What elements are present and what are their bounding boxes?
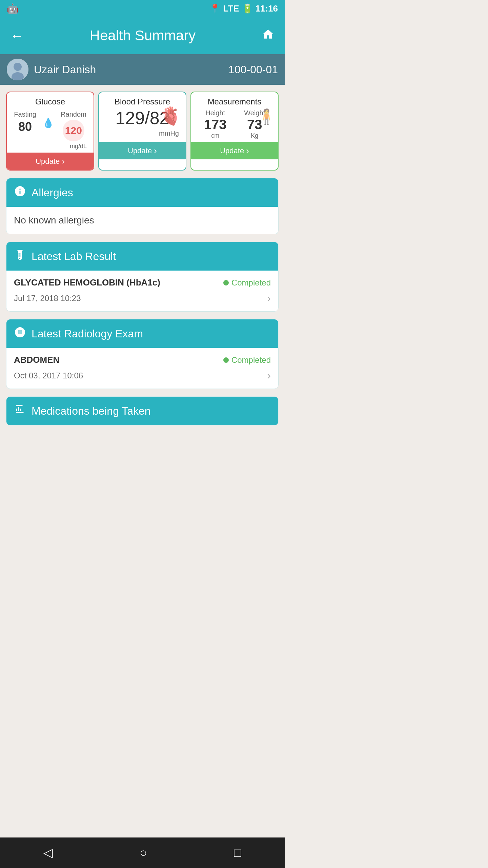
glucose-unit: mg/dL [11,143,89,150]
glucose-fasting: Fasting 80 [14,111,36,134]
glucose-fasting-value: 80 [14,120,36,134]
height-value: 173 [204,117,227,132]
bp-icon: 🫀 [160,106,182,126]
home-button[interactable] [262,28,274,44]
allergies-body: No known allergies [6,207,278,234]
bp-update-button[interactable]: Update › [99,142,186,159]
bp-chevron: › [154,145,157,156]
radiology-date: Oct 03, 2017 10:06 [14,371,83,380]
status-bar-right: 📍 LTE 🔋 11:16 [209,3,278,14]
allergies-content: No known allergies [14,215,94,225]
radiology-status-dot [223,357,229,363]
measurements-title: Measurements [195,97,274,106]
radiology-header: Latest Radiology Exam [6,319,278,348]
lab-result-item[interactable]: GLYCATED HEMOGLOBIN (HbA1c) Completed Ju… [6,271,278,311]
lab-result-status: Completed [223,278,271,288]
height-col: Height 173 cm [204,109,227,139]
user-name: Uzair Danish [34,63,96,76]
medications-header: Medications being Taken [6,397,278,425]
glucose-update-button[interactable]: Update › [7,153,94,170]
radiology-title: Latest Radiology Exam [32,328,143,340]
user-bar: Uzair Danish 100-00-01 [0,54,285,85]
medications-title: Medications being Taken [32,405,151,417]
medications-section: Medications being Taken [6,396,279,426]
medications-icon [14,403,26,418]
location-icon: 📍 [209,3,220,14]
main-content: Glucose Fasting 80 💧 Random 120 mg/dL Up… [0,85,285,466]
user-info: Uzair Danish [7,59,96,80]
radiology-exam-name: ABDOMEN [14,355,59,365]
time-display: 11:16 [256,3,278,14]
lab-result-title: Latest Lab Result [32,250,116,263]
glucose-title: Glucose [11,97,89,106]
avatar [7,59,28,80]
lab-test-name: GLYCATED HEMOGLOBIN (HbA1c) [14,277,160,288]
back-button[interactable]: ← [10,28,24,43]
allergies-header: Allergies [6,178,278,207]
drop-icon: 💧 [42,111,54,129]
header: ← Health Summary [0,17,285,54]
measurements-chevron: › [246,145,249,156]
status-bar-left: 🤖 [7,3,19,14]
lab-status-dot [223,280,229,285]
lab-result-section: Latest Lab Result GLYCATED HEMOGLOBIN (H… [6,242,279,312]
bp-title: Blood Pressure [103,97,182,106]
radiology-section: Latest Radiology Exam ABDOMEN Completed … [6,319,279,389]
user-id: 100-00-01 [228,63,278,76]
allergies-title: Allergies [32,186,73,199]
lab-result-icon [14,249,26,264]
svg-point-1 [14,63,22,71]
measurements-update-button[interactable]: Update › [191,142,278,159]
glucose-random-value: 120 [63,120,84,141]
body-icon: 🧍 [257,108,276,125]
lab-result-header: Latest Lab Result [6,242,278,271]
radiology-chevron[interactable]: › [267,369,271,382]
glucose-card: Glucose Fasting 80 💧 Random 120 mg/dL Up… [6,92,94,171]
page-title: Health Summary [90,27,196,44]
radiology-icon [14,326,26,341]
android-icon: 🤖 [7,3,19,14]
metrics-row: Glucose Fasting 80 💧 Random 120 mg/dL Up… [6,92,279,171]
battery-icon: 🔋 [242,3,253,14]
blood-pressure-card: Blood Pressure 129/82 🫀 mmHg Update › [98,92,186,171]
glucose-random: Random 120 [61,111,86,141]
lab-result-chevron[interactable]: › [267,292,271,304]
glucose-values: Fasting 80 💧 Random 120 [11,109,89,143]
allergies-section: Allergies No known allergies [6,178,279,234]
status-bar: 🤖 📍 LTE 🔋 11:16 [0,0,285,17]
lab-result-date: Jul 17, 2018 10:23 [14,294,81,303]
measurements-card: Measurements Height 173 cm Weight 73 Kg [190,92,279,171]
signal-icon: LTE [223,3,239,14]
allergies-icon [14,185,26,200]
bp-unit: mmHg [103,130,182,139]
radiology-result-item[interactable]: ABDOMEN Completed Oct 03, 2017 10:06 › [6,348,278,389]
glucose-chevron: › [62,156,65,166]
radiology-status: Completed [223,355,271,365]
